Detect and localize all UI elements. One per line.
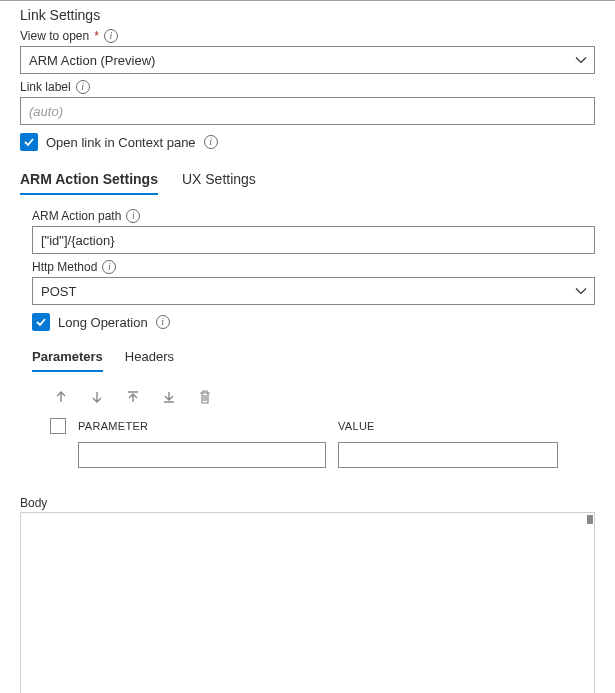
link-label-label: Link label: [20, 80, 71, 94]
info-icon[interactable]: i: [126, 209, 140, 223]
long-op-row: Long Operation i: [32, 313, 595, 331]
move-bottom-button[interactable]: [158, 386, 180, 408]
open-context-checkbox[interactable]: [20, 133, 38, 151]
param-toolbar: [20, 372, 595, 418]
info-icon[interactable]: i: [156, 315, 170, 329]
http-method-field: Http Method i: [32, 260, 595, 305]
info-icon[interactable]: i: [76, 80, 90, 94]
open-context-label: Open link in Context pane: [46, 135, 196, 150]
tab-ux-settings[interactable]: UX Settings: [182, 167, 256, 195]
subtab-parameters[interactable]: Parameters: [32, 345, 103, 372]
view-to-open-field: View to open * i: [20, 29, 595, 74]
link-label-input[interactable]: [20, 97, 595, 125]
arm-path-input[interactable]: [32, 226, 595, 254]
table-row: [50, 442, 595, 468]
body-textarea[interactable]: [21, 513, 594, 693]
move-down-button[interactable]: [86, 386, 108, 408]
view-to-open-label: View to open: [20, 29, 89, 43]
param-tabs: Parameters Headers: [20, 345, 595, 372]
select-all-checkbox[interactable]: [50, 418, 66, 434]
move-top-button[interactable]: [122, 386, 144, 408]
section-title: Link Settings: [20, 7, 595, 23]
settings-tabs: ARM Action Settings UX Settings: [20, 167, 595, 195]
http-method-select[interactable]: [32, 277, 595, 305]
view-to-open-select[interactable]: [20, 46, 595, 74]
http-method-label: Http Method: [32, 260, 97, 274]
parameter-table: PARAMETER VALUE: [20, 418, 595, 468]
parameter-name-input[interactable]: [78, 442, 326, 468]
required-indicator: *: [94, 29, 99, 43]
open-context-row: Open link in Context pane i: [20, 133, 595, 151]
info-icon[interactable]: i: [102, 260, 116, 274]
info-icon[interactable]: i: [104, 29, 118, 43]
col-parameter: PARAMETER: [78, 420, 326, 432]
body-label: Body: [20, 496, 47, 510]
scrollbar-marker: [587, 515, 593, 524]
arm-path-label: ARM Action path: [32, 209, 121, 223]
long-op-checkbox[interactable]: [32, 313, 50, 331]
col-value: VALUE: [338, 420, 595, 432]
info-icon[interactable]: i: [204, 135, 218, 149]
link-label-field: Link label i: [20, 80, 595, 125]
body-field: Body: [20, 496, 595, 693]
subtab-headers[interactable]: Headers: [125, 345, 174, 372]
tab-arm-action-settings[interactable]: ARM Action Settings: [20, 167, 158, 195]
move-up-button[interactable]: [50, 386, 72, 408]
parameter-value-input[interactable]: [338, 442, 558, 468]
long-op-label: Long Operation: [58, 315, 148, 330]
arm-path-field: ARM Action path i: [32, 209, 595, 254]
delete-button[interactable]: [194, 386, 216, 408]
